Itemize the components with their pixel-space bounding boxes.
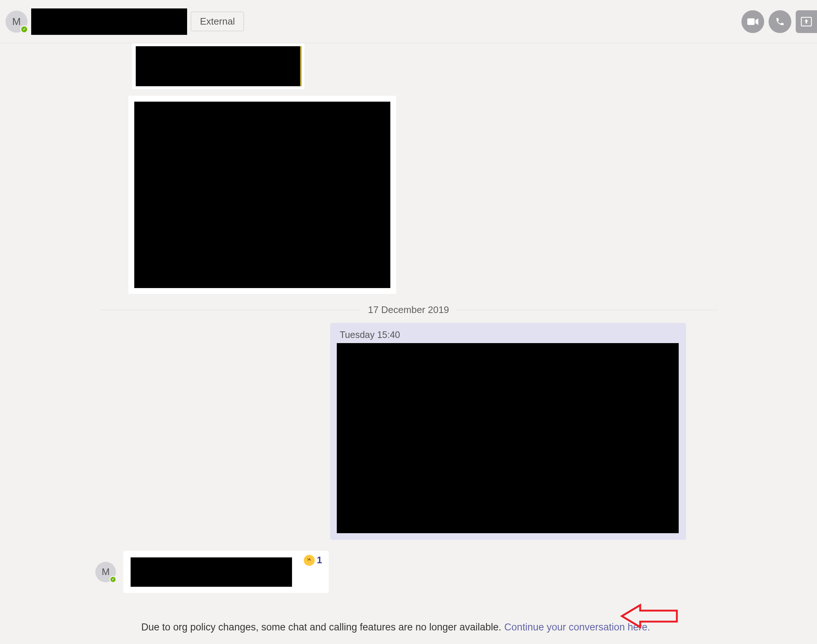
share-screen-button[interactable]: [796, 10, 817, 33]
chat-content: 17 December 2019 Tuesday 15:40 M 1 Due t…: [0, 43, 817, 633]
date-divider: 17 December 2019: [99, 304, 718, 316]
presence-available-icon: [109, 576, 116, 583]
audio-call-button[interactable]: [769, 10, 791, 33]
share-icon: [801, 17, 812, 26]
sender-avatar[interactable]: M: [95, 562, 116, 582]
header-actions: [742, 10, 810, 33]
message-content-redacted: [337, 343, 679, 533]
presence-available-icon: [20, 25, 28, 34]
contact-name-redacted: [31, 8, 187, 35]
video-icon: [747, 18, 758, 25]
date-label: 17 December 2019: [361, 304, 456, 316]
annotation-arrow: [620, 603, 679, 630]
arrow-left-icon: [620, 603, 679, 629]
received-message-row: M 1: [95, 551, 817, 593]
message-bubble[interactable]: [132, 43, 305, 89]
surprised-emoji-icon: [304, 555, 315, 566]
sent-message-bubble[interactable]: Tuesday 15:40: [330, 323, 686, 540]
svg-rect-0: [747, 18, 755, 25]
chat-header: M External: [0, 0, 817, 43]
video-call-button[interactable]: [742, 10, 764, 33]
message-content-redacted: [136, 46, 302, 86]
header-left: M External: [6, 8, 244, 35]
divider-line: [99, 310, 361, 310]
contact-avatar[interactable]: M: [6, 11, 28, 33]
external-badge: External: [191, 12, 244, 31]
policy-notice: Due to org policy changes, some chat and…: [141, 622, 817, 633]
avatar-initial: M: [102, 566, 110, 578]
reaction-count: 1: [317, 555, 322, 566]
phone-icon: [775, 17, 785, 26]
policy-text: Due to org policy changes, some chat and…: [141, 622, 501, 633]
message-content-redacted: [130, 557, 292, 587]
received-message-bubble[interactable]: 1: [123, 551, 329, 593]
message-bubble[interactable]: [129, 96, 396, 294]
message-content-redacted: [134, 102, 390, 288]
message-reaction[interactable]: 1: [304, 555, 322, 566]
message-timestamp: Tuesday 15:40: [337, 330, 679, 340]
avatar-initial: M: [12, 16, 20, 28]
divider-line: [456, 310, 718, 310]
